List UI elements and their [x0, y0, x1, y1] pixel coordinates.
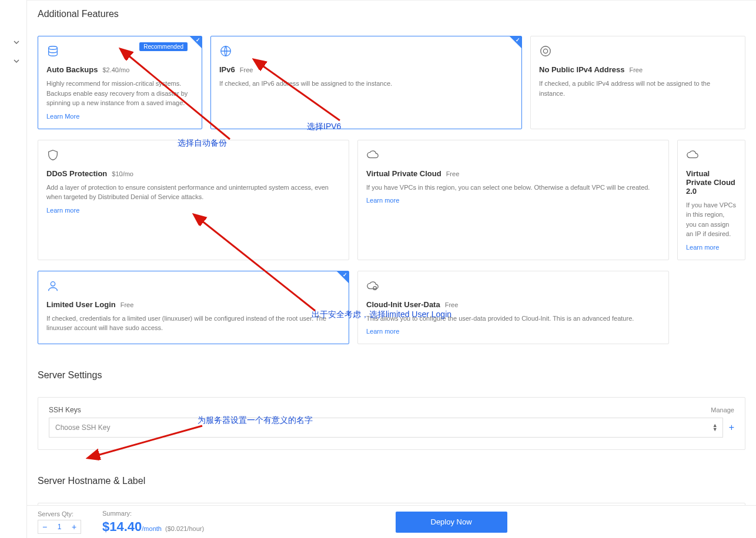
card-price: $2.40/mo — [102, 66, 129, 73]
sidebar-collapse-2[interactable] — [0, 54, 26, 68]
backup-icon — [46, 45, 59, 58]
svg-point-4 — [51, 281, 55, 285]
card-cloud-init[interactable]: Cloud-Init User-Data Free This allows yo… — [357, 271, 669, 345]
card-title: Limited User Login — [46, 300, 116, 309]
card-price: Free — [446, 170, 460, 177]
ssh-keys-label: SSH Keys — [49, 406, 81, 414]
card-desc: This allows you to configure the user-da… — [366, 314, 660, 324]
card-price: Free — [121, 301, 134, 308]
feature-row-1: ✓ Recommended Auto Backups $2.40/mo High… — [38, 36, 745, 129]
qty-label: Servers Qty: — [38, 510, 81, 517]
user-icon — [46, 280, 59, 292]
ssh-manage-link[interactable]: Manage — [711, 406, 734, 413]
summary-price: $14.40/month ($0.021/hour) — [102, 519, 204, 534]
price-hourly: ($0.021/hour) — [165, 525, 204, 532]
feature-row-2: DDoS Protection $10/mo Add a layer of pr… — [38, 140, 745, 260]
cloud-icon — [686, 149, 699, 162]
card-desc: Add a layer of protection to ensure cons… — [46, 183, 340, 202]
additional-features-heading: Additional Features — [38, 9, 745, 19]
recommended-badge: Recommended — [139, 42, 188, 51]
card-desc: If checked, an IPv6 address will be assi… — [219, 79, 513, 89]
qty-increment-button[interactable]: + — [68, 520, 81, 533]
card-ipv6[interactable]: ✓ IPv6 Free If checked, an IPv6 address … — [210, 36, 522, 129]
chevron-down-icon — [14, 58, 19, 64]
card-title: Cloud-Init User-Data — [366, 300, 440, 309]
card-desc: If you have VPCs in this region, you can… — [366, 183, 660, 193]
card-price: Free — [240, 66, 253, 73]
network-icon — [539, 45, 552, 58]
ssh-key-select[interactable]: Choose SSH Key ▲▼ — [49, 418, 723, 438]
qty-input[interactable] — [51, 523, 68, 531]
sidebar-collapse-1[interactable] — [0, 35, 26, 49]
card-limited-user[interactable]: ✓ Limited User Login Free If checked, cr… — [38, 271, 349, 345]
hostname-heading: Server Hostname & Label — [38, 476, 745, 486]
card-title: No Public IPv4 Address — [539, 65, 624, 74]
svg-point-0 — [49, 46, 58, 50]
card-vpc2[interactable]: Virtual Private Cloud 2.0 If you have VP… — [677, 140, 745, 260]
card-title: Virtual Private Cloud 2.0 — [686, 169, 737, 196]
card-vpc[interactable]: Virtual Private Cloud Free If you have V… — [357, 140, 669, 260]
price-amount: $14.40 — [102, 519, 142, 534]
ssh-placeholder: Choose SSH Key — [55, 423, 110, 432]
card-title: Auto Backups — [46, 65, 98, 74]
shield-icon — [46, 149, 59, 162]
card-title: IPv6 — [219, 65, 235, 74]
main-content: Additional Features ✓ Recommended Auto B… — [27, 0, 756, 538]
learn-more-link[interactable]: Learn more — [366, 328, 399, 335]
feature-row-3: ✓ Limited User Login Free If checked, cr… — [38, 271, 745, 345]
add-ssh-key-button[interactable]: + — [729, 422, 734, 433]
footer-bar: Servers Qty: − + Summary: $14.40/month (… — [27, 505, 756, 538]
price-unit: /month — [142, 525, 162, 532]
svg-point-3 — [543, 49, 547, 53]
server-settings-heading: Server Settings — [38, 370, 745, 381]
card-price: Free — [629, 66, 643, 73]
learn-more-link[interactable]: Learn more — [46, 207, 79, 214]
qty-stepper: − + — [38, 520, 81, 534]
card-auto-backups[interactable]: ✓ Recommended Auto Backups $2.40/mo High… — [38, 36, 202, 129]
deploy-now-button[interactable]: Deploy Now — [396, 512, 507, 533]
svg-point-2 — [541, 46, 551, 56]
card-title: DDoS Protection — [46, 169, 107, 178]
qty-decrement-button[interactable]: − — [38, 520, 51, 533]
card-desc: If checked, credentials for a limited us… — [46, 314, 340, 333]
card-price: Free — [445, 301, 459, 308]
card-title: Virtual Private Cloud — [366, 169, 441, 178]
card-ddos[interactable]: DDoS Protection $10/mo Add a layer of pr… — [38, 140, 349, 260]
card-desc: If checked, a public IPv4 address will n… — [539, 79, 737, 98]
card-price: $10/mo — [112, 170, 133, 177]
chevron-down-icon — [14, 39, 19, 45]
svg-point-5 — [373, 286, 377, 290]
globe-icon — [219, 45, 232, 58]
learn-more-link[interactable]: Learn more — [686, 244, 719, 251]
summary-label: Summary: — [102, 510, 204, 517]
learn-more-link[interactable]: Learn More — [46, 113, 79, 120]
learn-more-link[interactable]: Learn more — [366, 197, 399, 204]
ssh-panel: SSH Keys Manage Choose SSH Key ▲▼ + — [38, 397, 745, 450]
card-desc: Highly recommend for mission-critical sy… — [46, 79, 193, 108]
card-no-public-ipv4[interactable]: No Public IPv4 Address Free If checked, … — [530, 36, 745, 129]
left-sidebar — [0, 0, 27, 538]
select-arrows-icon: ▲▼ — [712, 423, 718, 432]
cloud-icon — [366, 149, 379, 162]
settings-cloud-icon — [366, 280, 379, 292]
card-desc: If you have VPCs in this region, you can… — [686, 200, 737, 239]
